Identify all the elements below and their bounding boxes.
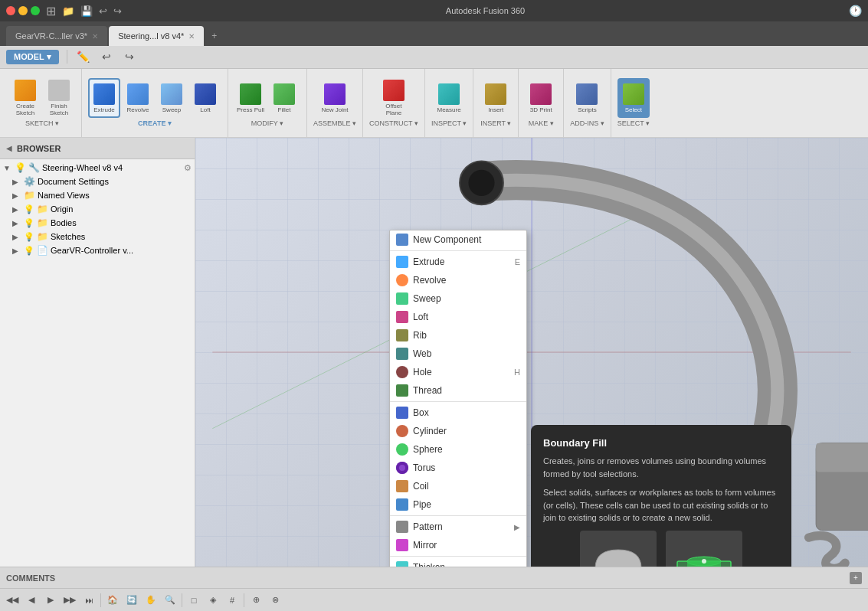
- before-svg: [584, 534, 653, 567]
- tree-expand-icon[interactable]: ▶: [12, 219, 21, 227]
- maximize-button[interactable]: [31, 6, 40, 15]
- model-label: MODEL: [14, 52, 44, 61]
- tree-expand-icon[interactable]: ▶: [12, 205, 21, 214]
- menu-item-mirror[interactable]: Mirror: [390, 536, 526, 554]
- after-svg: [670, 534, 739, 567]
- menu-item-rib[interactable]: Rib: [390, 326, 526, 345]
- tree-item-docsettings[interactable]: ▶ ⚙️ Document Settings: [0, 175, 195, 188]
- menu-item-sphere[interactable]: Sphere: [390, 440, 526, 459]
- tree-item-root[interactable]: ▼ 💡 🔧 Steering-Wheel v8 v4 ⚙: [0, 161, 195, 175]
- pattern-icon: [396, 521, 408, 533]
- create-loft-button[interactable]: Loft: [189, 78, 221, 118]
- menu-item-box[interactable]: Box: [390, 404, 526, 422]
- sketch-tool-button[interactable]: Create Sketch: [9, 78, 41, 118]
- tree-label-bodies: Bodies: [51, 218, 77, 227]
- sketch-button[interactable]: ✏️: [75, 48, 92, 65]
- browser-header: ◀ BROWSER: [0, 138, 195, 159]
- clock-icon: 🕐: [849, 5, 862, 17]
- close-button[interactable]: [6, 6, 15, 15]
- modify2-button[interactable]: Fillet: [268, 78, 300, 118]
- interference-button[interactable]: ⊗: [266, 591, 284, 609]
- menu-item-thicken[interactable]: Thicken: [390, 558, 526, 567]
- nav-prev-button[interactable]: ◀◀: [3, 591, 21, 609]
- model-dropdown-button[interactable]: MODEL ▾: [6, 50, 59, 64]
- display-mode-button[interactable]: □: [185, 591, 203, 609]
- content-area: ◀ BROWSER ▼ 💡 🔧 Steering-Wheel v8 v4 ⚙ ▶…: [0, 138, 868, 567]
- nav-play-button[interactable]: ▶: [41, 591, 60, 609]
- create-group-label[interactable]: CREATE ▾: [138, 119, 172, 127]
- tree-item-gearctrl[interactable]: ▶ 💡 📄 GearVR-Controller v...: [0, 243, 195, 257]
- tab-close-icon[interactable]: ✕: [188, 32, 195, 41]
- modify-group-label: MODIFY ▾: [251, 119, 283, 127]
- undo-icon[interactable]: ↩: [99, 5, 107, 17]
- loft-icon: [396, 311, 408, 323]
- section-analysis-button[interactable]: ⊕: [247, 591, 265, 609]
- tree-expand-icon[interactable]: ▼: [3, 164, 12, 172]
- create-extrude-button[interactable]: Extrude: [88, 78, 120, 118]
- menu-item-sweep[interactable]: Sweep: [390, 289, 526, 308]
- display-grid-button[interactable]: #: [223, 591, 241, 609]
- modify-icon: [240, 83, 261, 105]
- add-comment-button[interactable]: +: [850, 572, 862, 584]
- tree-item-namedviews[interactable]: ▶ 📁 Named Views: [0, 188, 195, 202]
- view-zoom-button[interactable]: 🔍: [161, 591, 179, 609]
- tab-gearvrcontroller[interactable]: GearVR-C...ller v3* ✕: [6, 26, 107, 46]
- menu-item-pipe[interactable]: Pipe: [390, 495, 526, 514]
- viewport[interactable]: New Component Extrude E Revolve Sweep: [195, 138, 868, 567]
- select-button[interactable]: Select: [617, 78, 650, 118]
- construct-button[interactable]: Offset Plane: [378, 78, 410, 118]
- menu-label-cylinder: Cylinder: [413, 426, 447, 436]
- menu-item-pattern[interactable]: Pattern ▶: [390, 518, 526, 536]
- inspect-button[interactable]: Measure: [433, 78, 465, 118]
- tree-expand-icon[interactable]: ▶: [12, 178, 21, 186]
- nav-back-button[interactable]: ◀: [22, 591, 41, 609]
- display-visual-button[interactable]: ◈: [204, 591, 222, 609]
- tree-expand-icon[interactable]: ▶: [12, 233, 21, 241]
- make-button[interactable]: 3D Print: [525, 78, 557, 118]
- view-pan-button[interactable]: ✋: [142, 591, 160, 609]
- menu-item-loft[interactable]: Loft: [390, 308, 526, 326]
- menu-item-new-component[interactable]: New Component: [390, 230, 526, 249]
- create-revolve-button[interactable]: Revolve: [122, 78, 154, 118]
- tree-icon-docsettings: ⚙️: [24, 176, 35, 187]
- addins-button[interactable]: Scripts: [571, 78, 603, 118]
- menu-item-web[interactable]: Web: [390, 345, 526, 363]
- menu-item-hole[interactable]: Hole H: [390, 363, 526, 381]
- nav-end-button[interactable]: ⏭: [80, 591, 98, 609]
- collapse-icon[interactable]: ◀: [6, 144, 12, 152]
- tree-expand-icon[interactable]: ▶: [12, 247, 21, 255]
- menu-item-torus[interactable]: Torus: [390, 459, 526, 477]
- menu-item-thread[interactable]: Thread: [390, 381, 526, 400]
- tree-expand-icon[interactable]: ▶: [12, 191, 21, 200]
- thicken-icon: [396, 561, 408, 567]
- tree-item-origin[interactable]: ▶ 💡 📁 Origin: [0, 202, 195, 216]
- settings-icon[interactable]: ⚙: [184, 163, 192, 173]
- minimize-button[interactable]: [18, 6, 28, 15]
- nav-forward-button[interactable]: ▶▶: [61, 591, 79, 609]
- toolbar-group-sketch: Create Sketch Finish Sketch SKETCH ▾: [3, 69, 82, 137]
- toolbar-group-modify: Press Pull Fillet MODIFY ▾: [228, 69, 307, 137]
- menu-item-coil[interactable]: Coil: [390, 477, 526, 495]
- create-sweep-button[interactable]: Sweep: [156, 78, 188, 118]
- view-home-button[interactable]: 🏠: [103, 591, 122, 609]
- modify-button[interactable]: Press Pull: [234, 78, 267, 118]
- sketch-tool2-button[interactable]: Finish Sketch: [43, 78, 75, 118]
- menu-item-cylinder[interactable]: Cylinder: [390, 422, 526, 440]
- menu-item-extrude[interactable]: Extrude E: [390, 253, 526, 271]
- insert-button[interactable]: Insert: [480, 78, 512, 118]
- tab-steeringwheel[interactable]: Steering...l v8 v4* ✕: [109, 26, 204, 46]
- menu-item-revolve[interactable]: Revolve: [390, 271, 526, 289]
- tree-item-sketches[interactable]: ▶ 💡 📁 Sketches: [0, 230, 195, 243]
- redo-button[interactable]: ↪: [121, 48, 138, 65]
- undo-button[interactable]: ↩: [98, 48, 115, 65]
- tab-close-icon[interactable]: ✕: [92, 32, 98, 41]
- assemble-button[interactable]: New Joint: [319, 78, 351, 118]
- tab-add-button[interactable]: +: [205, 26, 223, 46]
- menu-separator: [390, 515, 526, 516]
- tooltip-title: Boundary Fill: [543, 437, 779, 449]
- modify2-icon: [274, 83, 295, 105]
- menu-label-new-component: New Component: [413, 234, 481, 245]
- tree-item-bodies[interactable]: ▶ 💡 📁 Bodies: [0, 216, 195, 230]
- view-orbit-button[interactable]: 🔄: [123, 591, 141, 609]
- redo-icon[interactable]: ↪: [113, 5, 122, 17]
